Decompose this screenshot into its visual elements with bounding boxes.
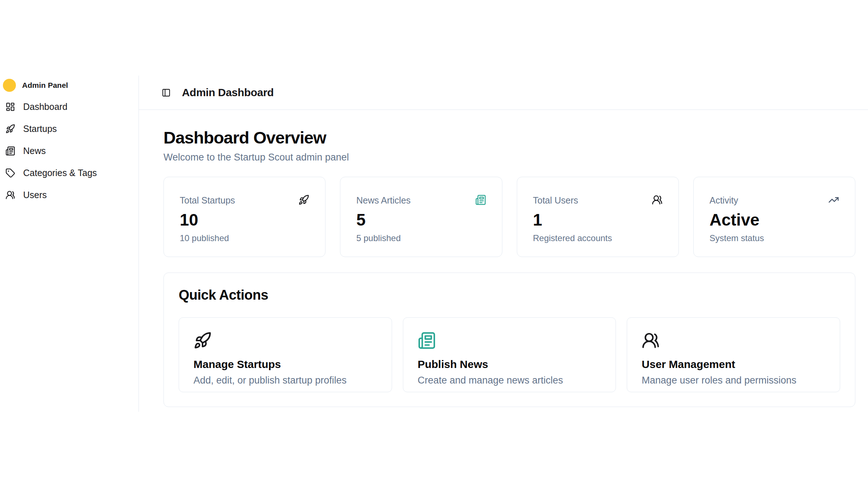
stat-value: 10 (180, 211, 309, 228)
action-title: User Management (642, 358, 825, 371)
rocket-icon (298, 194, 309, 205)
action-card-user-management[interactable]: User Management Manage user roles and pe… (627, 317, 840, 392)
stat-sub: 5 published (356, 233, 486, 243)
sidebar-item-label: Users (23, 190, 47, 200)
sidebar-item-users[interactable]: Users (3, 184, 139, 206)
stat-card-news-articles: News Articles 5 5 published (340, 177, 502, 257)
page-title: Dashboard Overview (163, 128, 855, 147)
users-icon (652, 194, 663, 205)
quick-actions-grid: Manage Startups Add, edit, or publish st… (179, 317, 840, 392)
stat-card-total-users: Total Users 1 Registered accounts (517, 177, 679, 257)
action-description: Manage user roles and permissions (642, 375, 825, 386)
page-subtitle: Welcome to the Startup Scout admin panel (163, 152, 855, 163)
quick-actions-title: Quick Actions (179, 287, 840, 303)
stat-label: News Articles (356, 195, 410, 206)
brand-label: Admin Panel (22, 81, 68, 90)
sidebar-item-startups[interactable]: Startups (3, 118, 139, 140)
layout-dashboard-icon (5, 102, 15, 112)
stat-label: Total Users (533, 195, 578, 206)
action-title: Manage Startups (193, 358, 377, 371)
sidebar-item-label: Dashboard (23, 102, 67, 112)
sidebar: Admin Panel Dashboard Startups News Cate… (0, 76, 139, 412)
sidebar-item-dashboard[interactable]: Dashboard (3, 96, 139, 118)
trending-up-icon (828, 194, 839, 205)
newspaper-icon (418, 331, 436, 350)
stats-row: Total Startups 10 10 published News Arti… (163, 177, 855, 257)
brand-logo (3, 79, 16, 92)
panel-left-icon[interactable] (162, 88, 171, 97)
action-title: Publish News (418, 358, 601, 371)
brand: Admin Panel (3, 76, 139, 95)
sidebar-item-news[interactable]: News (3, 140, 139, 162)
newspaper-icon (5, 146, 15, 156)
action-description: Add, edit, or publish startup profiles (193, 375, 377, 386)
stat-sub: System status (710, 233, 839, 243)
sidebar-item-label: Categories & Tags (23, 168, 97, 178)
quick-actions-panel: Quick Actions Manage Startups Add, edit,… (163, 273, 855, 407)
newspaper-icon (475, 194, 486, 205)
action-card-manage-startups[interactable]: Manage Startups Add, edit, or publish st… (179, 317, 392, 392)
stat-value: 1 (533, 211, 663, 228)
content: Dashboard Overview Welcome to the Startu… (139, 110, 868, 407)
users-icon (642, 331, 660, 350)
stat-sub: 10 published (180, 233, 309, 243)
sidebar-item-label: News (23, 146, 46, 156)
main-area: Admin Dashboard Dashboard Overview Welco… (139, 76, 868, 412)
topbar: Admin Dashboard (139, 76, 868, 110)
sidebar-item-categories-tags[interactable]: Categories & Tags (3, 162, 139, 184)
stat-value: Active (710, 211, 839, 228)
stat-sub: Registered accounts (533, 233, 663, 243)
page-header-title: Admin Dashboard (182, 86, 274, 99)
action-description: Create and manage news articles (418, 375, 601, 386)
sidebar-nav: Dashboard Startups News Categories & Tag… (3, 96, 139, 206)
tag-icon (5, 168, 15, 178)
sidebar-item-label: Startups (23, 124, 57, 134)
rocket-icon (193, 331, 212, 350)
stat-label: Total Startups (180, 195, 235, 206)
action-card-publish-news[interactable]: Publish News Create and manage news arti… (403, 317, 616, 392)
stat-value: 5 (356, 211, 486, 228)
stat-card-activity: Activity Active System status (693, 177, 855, 257)
users-icon (5, 190, 15, 200)
stat-label: Activity (710, 195, 738, 206)
rocket-icon (5, 124, 15, 134)
stat-card-total-startups: Total Startups 10 10 published (163, 177, 326, 257)
